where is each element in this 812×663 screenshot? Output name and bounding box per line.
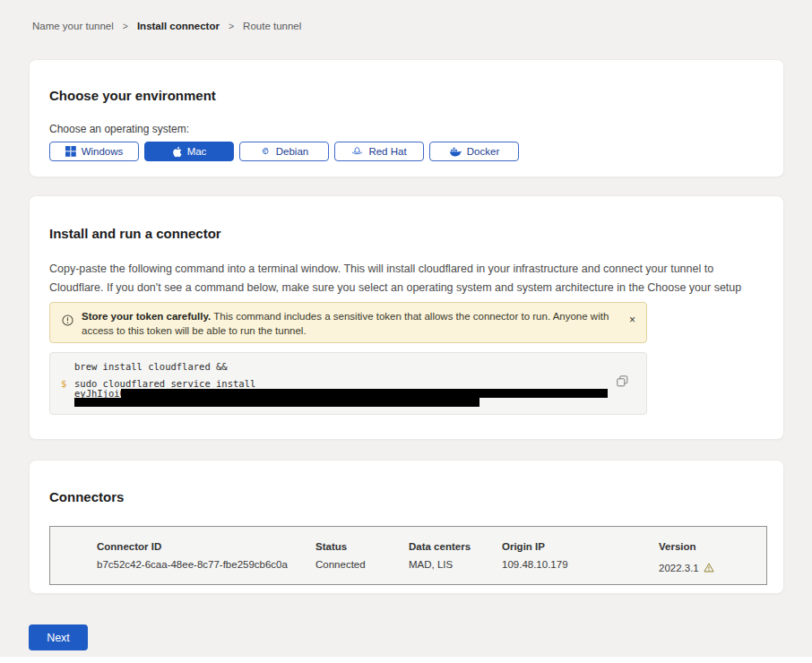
breadcrumb-separator-icon: > (123, 21, 128, 31)
os-button-label: Mac (187, 146, 207, 157)
bottom-strip (0, 657, 812, 663)
column-header-status: Status (315, 541, 409, 559)
connectors-table: Connector ID Status Data centers Origin … (49, 526, 767, 585)
environment-card: Choose your environment Choose an operat… (29, 59, 784, 177)
connector-id-value: b7c52c42-6caa-48ee-8c77-fbe259cb6c0a (97, 559, 315, 577)
origin-ip-value: 109.48.10.179 (502, 559, 659, 577)
os-select-label: Choose an operating system: (49, 123, 783, 135)
breadcrumb-step-install-connector[interactable]: Install connector (137, 21, 220, 31)
redhat-icon (351, 146, 363, 157)
token-warning-banner: Store your token carefully. This command… (49, 302, 647, 343)
redacted-token-bar (74, 398, 479, 407)
breadcrumb: Name your tunnel > Install connector > R… (32, 21, 301, 31)
install-card-title: Install and run a connector (49, 196, 783, 241)
os-button-label: Windows (82, 146, 124, 157)
copy-icon[interactable] (614, 375, 630, 391)
breadcrumb-separator-icon: > (229, 21, 234, 31)
token-warning-title: Store your token carefully. (82, 311, 211, 322)
breadcrumb-step-name-tunnel[interactable]: Name your tunnel (32, 21, 114, 31)
connectors-card: Connectors Connector ID Status Data cent… (29, 460, 784, 594)
column-header-origin-ip: Origin IP (502, 541, 659, 559)
os-button-docker[interactable]: Docker (429, 142, 519, 161)
column-header-connector-id: Connector ID (97, 541, 315, 559)
environment-card-title: Choose your environment (49, 60, 783, 103)
docker-icon (449, 147, 462, 157)
windows-icon (65, 146, 76, 157)
os-button-label: Docker (467, 146, 499, 157)
os-button-label: Red Hat (368, 146, 406, 157)
warning-triangle-icon[interactable] (704, 563, 714, 574)
debian-icon (260, 146, 271, 157)
token-warning-text: Store your token carefully. This command… (82, 310, 620, 338)
code-line-brew-install: brew install cloudflared && (74, 361, 228, 372)
version-cell: 2022.3.1 (659, 559, 766, 577)
os-button-label: Debian (276, 146, 308, 157)
tunnel-setup-page: Name your tunnel > Install connector > R… (0, 0, 812, 663)
install-command-code-block[interactable]: brew install cloudflared && $ sudo cloud… (49, 352, 647, 415)
alert-circle-icon (62, 314, 73, 330)
version-value: 2022.3.1 (659, 563, 699, 573)
breadcrumb-step-route-tunnel[interactable]: Route tunnel (243, 21, 301, 31)
os-button-debian[interactable]: Debian (239, 142, 329, 161)
shell-prompt: $ (61, 378, 66, 389)
column-header-data-centers: Data centers (409, 541, 502, 559)
os-button-windows[interactable]: Windows (49, 142, 139, 161)
next-button[interactable]: Next (29, 624, 88, 650)
close-icon[interactable]: × (629, 314, 635, 325)
column-header-version: Version (659, 541, 766, 559)
install-connector-card: Install and run a connector Copy-paste t… (29, 195, 784, 440)
data-centers-value: MAD, LIS (409, 559, 502, 577)
os-button-redhat[interactable]: Red Hat (334, 142, 424, 161)
os-button-mac[interactable]: Mac (144, 142, 234, 161)
connectors-card-title: Connectors (49, 461, 783, 504)
status-badge: Connected (315, 559, 409, 577)
redacted-token-bar (121, 389, 608, 398)
os-button-group: Windows Mac Debian Red Hat (49, 142, 783, 161)
apple-icon (172, 146, 182, 158)
